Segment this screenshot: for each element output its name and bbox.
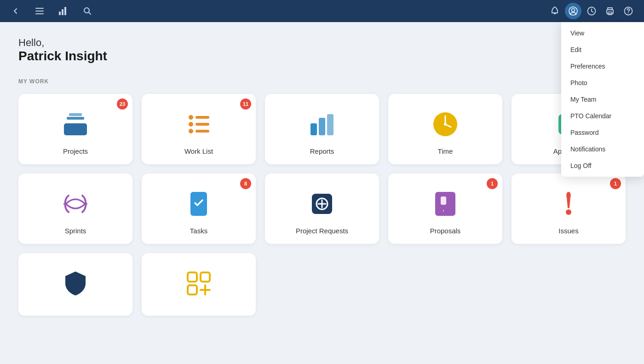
tile-worklist[interactable]: 11 Work List <box>142 94 256 164</box>
tile-projectrequests[interactable]: Project Requests <box>265 173 379 244</box>
tile-time-label: Time <box>438 147 453 155</box>
tile-projects[interactable]: 23 Projects <box>18 94 132 164</box>
dropdown-item-view[interactable]: View <box>561 25 644 41</box>
dropdown-item-photo[interactable]: Photo <box>561 75 644 91</box>
svg-rect-45 <box>188 272 197 282</box>
svg-rect-14 <box>64 123 87 135</box>
topnav-left <box>7 3 96 19</box>
svg-point-21 <box>189 129 193 133</box>
tasks-icon <box>182 187 215 220</box>
badge-worklist: 11 <box>240 98 251 110</box>
menu-button[interactable] <box>31 3 48 19</box>
tiles-row-3 <box>18 253 626 316</box>
svg-rect-0 <box>35 8 44 9</box>
tile-apps[interactable] <box>142 253 256 316</box>
tile-reports-label: Reports <box>310 147 334 155</box>
tile-proposals[interactable]: 1 Proposals <box>388 173 502 244</box>
svg-rect-3 <box>59 12 61 15</box>
tile-projectrequests-label: Project Requests <box>296 227 348 235</box>
projectrequests-icon <box>305 187 339 220</box>
tile-sprints-label: Sprints <box>65 227 86 235</box>
dropdown-item-notifications[interactable]: Notifications <box>561 141 644 157</box>
svg-rect-16 <box>69 113 82 116</box>
svg-rect-25 <box>327 114 334 135</box>
svg-rect-24 <box>319 118 325 135</box>
svg-rect-18 <box>196 116 209 119</box>
tile-reports[interactable]: Reports <box>265 94 379 164</box>
dropdown-item-password[interactable]: Password <box>561 124 644 141</box>
tile-worklist-label: Work List <box>184 147 213 155</box>
proposals-icon <box>429 187 462 220</box>
issues-icon <box>552 187 585 220</box>
tile-tasks[interactable]: 8 Tasks <box>142 173 256 244</box>
help-button[interactable] <box>620 3 637 19</box>
clock-button[interactable] <box>583 3 600 19</box>
dropdown-item-pto[interactable]: PTO Calendar <box>561 108 644 124</box>
worklist-icon <box>182 108 215 141</box>
dropdown-item-myteam[interactable]: My Team <box>561 91 644 108</box>
tile-tasks-label: Tasks <box>190 227 207 235</box>
badge-tasks: 8 <box>240 178 251 189</box>
main-content: Hello, Patrick Insight MY WORK 23 Projec… <box>0 0 644 343</box>
tile-sprints[interactable]: Sprints <box>18 173 132 244</box>
tile-issues-label: Issues <box>558 227 578 235</box>
tiles-row-2: Sprints 8 Tasks Proj <box>18 173 626 244</box>
greeting-section: Hello, Patrick Insight <box>18 37 626 64</box>
greeting-hello: Hello, <box>18 37 626 49</box>
dropdown-item-preferences[interactable]: Preferences <box>561 58 644 75</box>
security-icon <box>59 267 92 300</box>
badge-proposals: 1 <box>487 178 498 189</box>
svg-rect-4 <box>62 9 63 15</box>
back-button[interactable] <box>7 3 24 19</box>
reports-icon <box>305 108 339 141</box>
svg-rect-11 <box>608 12 612 15</box>
user-profile-button[interactable] <box>565 3 581 19</box>
badge-projects: 23 <box>117 98 128 110</box>
svg-point-17 <box>189 115 193 120</box>
tile-security[interactable] <box>18 253 132 316</box>
svg-rect-22 <box>196 130 209 133</box>
apps-icon <box>182 267 215 300</box>
svg-point-8 <box>572 9 575 12</box>
time-icon <box>429 108 462 141</box>
svg-rect-2 <box>35 13 44 14</box>
tiles-row-1: 23 Projects 11 <box>18 94 626 164</box>
tile-proposals-label: Proposals <box>430 227 461 235</box>
svg-rect-5 <box>64 7 66 15</box>
dropdown-item-logoff[interactable]: Log Off <box>561 157 644 174</box>
tile-time[interactable]: Time <box>388 94 502 164</box>
svg-point-13 <box>628 12 629 13</box>
svg-rect-46 <box>201 272 210 282</box>
user-dropdown-menu: View Edit Preferences Photo My Team PTO … <box>561 22 644 177</box>
greeting-name: Patrick Insight <box>18 49 626 64</box>
topnav-right <box>546 3 637 19</box>
svg-point-44 <box>566 209 571 215</box>
badge-issues: 1 <box>610 178 621 189</box>
search-button[interactable] <box>79 3 96 19</box>
svg-rect-23 <box>310 123 317 135</box>
svg-point-19 <box>189 122 193 127</box>
section-label: MY WORK <box>18 78 626 85</box>
svg-rect-20 <box>196 123 209 126</box>
svg-rect-42 <box>441 196 446 205</box>
topnav <box>0 0 644 22</box>
tile-projects-label: Projects <box>63 147 88 155</box>
dropdown-item-edit[interactable]: Edit <box>561 41 644 58</box>
svg-rect-15 <box>67 117 84 120</box>
sprints-icon <box>59 187 92 220</box>
print-button[interactable] <box>602 3 618 19</box>
tile-issues[interactable]: 1 Issues <box>512 173 626 244</box>
svg-rect-47 <box>188 285 197 295</box>
bell-button[interactable] <box>546 3 563 19</box>
projects-icon <box>59 108 92 141</box>
chart-button[interactable] <box>55 3 72 19</box>
svg-rect-1 <box>35 11 44 12</box>
